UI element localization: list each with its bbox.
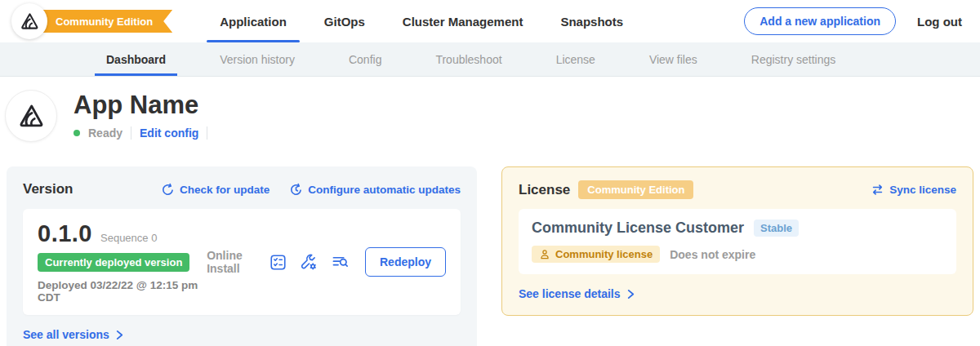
see-license-details-label: See license details	[519, 287, 621, 300]
edit-config-link[interactable]: Edit config	[140, 126, 198, 140]
configure-automatic-updates-label: Configure automatic updates	[308, 184, 461, 196]
status-label: Ready	[88, 126, 122, 140]
sync-license-link[interactable]: Sync license	[871, 183, 956, 197]
top-header: Community Edition Application GitOps Clu…	[0, 0, 980, 42]
tab-version-history[interactable]: Version history	[220, 42, 295, 76]
divider	[131, 126, 131, 140]
install-type-label: Online Install	[207, 249, 255, 275]
preflight-checks-icon[interactable]	[269, 253, 287, 272]
replicated-mark-icon	[19, 11, 40, 32]
tab-troubleshoot[interactable]: Troubleshoot	[435, 42, 501, 76]
check-for-update-label: Check for update	[180, 184, 270, 196]
channel-badge: Stable	[754, 220, 799, 237]
edit-config-wrench-icon[interactable]	[300, 253, 318, 272]
see-license-details-link[interactable]: See license details	[519, 287, 956, 300]
version-number: 0.1.0	[38, 220, 92, 247]
schedule-update-icon	[289, 183, 303, 197]
app-subnav: Dashboard Version history Config Trouble…	[0, 42, 980, 77]
header-right: Add a new application Log out	[744, 7, 962, 35]
tab-dashboard[interactable]: Dashboard	[106, 42, 166, 76]
license-type-label: Community license	[555, 248, 653, 260]
nav-item-gitops[interactable]: GitOps	[323, 0, 367, 42]
license-type-badge: Community license	[532, 246, 660, 263]
nav-item-snapshots[interactable]: Snapshots	[559, 0, 625, 42]
version-card-title: Version	[23, 181, 73, 197]
page-title: App Name	[74, 91, 207, 119]
check-for-update-link[interactable]: Check for update	[161, 183, 270, 197]
version-card: Version Check for update	[7, 166, 477, 346]
app-logo-mark-icon	[16, 101, 46, 131]
person-icon	[539, 249, 550, 260]
app-avatar	[5, 90, 57, 142]
license-details-panel: Community License Customer Stable Commun…	[519, 209, 956, 274]
license-card-title: License	[519, 182, 570, 198]
app-status-row: Ready Edit config	[74, 126, 207, 140]
chevron-right-icon	[115, 330, 124, 340]
license-card: License Community Edition Sync license C…	[501, 166, 973, 316]
divider	[207, 126, 207, 140]
sync-arrows-icon	[871, 183, 884, 197]
deployed-timestamp: Deployed 03/22/22 @ 12:15 pm CDT	[38, 279, 207, 304]
sync-license-label: Sync license	[889, 184, 956, 196]
nav-item-cluster-management[interactable]: Cluster Management	[401, 0, 525, 42]
app-header: App Name Ready Edit config	[0, 77, 980, 142]
deploy-logs-icon[interactable]	[331, 253, 350, 272]
edition-badge: Community Edition	[578, 180, 693, 199]
expiration-label: Does not expire	[670, 248, 755, 261]
nav-item-application[interactable]: Application	[218, 0, 288, 42]
sequence-label: Sequence 0	[100, 232, 157, 244]
edition-banner: Community Edition	[38, 10, 172, 33]
add-application-button[interactable]: Add a new application	[744, 7, 896, 35]
logout-button[interactable]: Log out	[917, 15, 962, 29]
current-version-panel: 0.1.0 Sequence 0 Currently deployed vers…	[23, 209, 461, 315]
tab-config[interactable]: Config	[349, 42, 381, 76]
configure-automatic-updates-link[interactable]: Configure automatic updates	[289, 183, 461, 197]
chevron-right-icon	[626, 289, 635, 299]
brand-logo[interactable]: Community Edition	[11, 3, 172, 39]
tab-view-files[interactable]: View files	[649, 42, 697, 76]
tab-license[interactable]: License	[556, 42, 595, 76]
customer-name: Community License Customer	[532, 220, 744, 237]
refresh-icon	[161, 183, 175, 197]
status-dot	[74, 130, 80, 136]
tab-registry-settings[interactable]: Registry settings	[751, 42, 835, 76]
see-all-versions-link[interactable]: See all versions	[23, 328, 461, 341]
see-all-versions-label: See all versions	[23, 328, 109, 341]
deployed-status-badge: Currently deployed version	[38, 253, 189, 272]
top-nav: Application GitOps Cluster Management Sn…	[218, 0, 625, 42]
replicated-logo-circle	[11, 3, 47, 39]
redeploy-button[interactable]: Redeploy	[365, 247, 446, 277]
dashboard-cards: Version Check for update	[0, 166, 980, 346]
